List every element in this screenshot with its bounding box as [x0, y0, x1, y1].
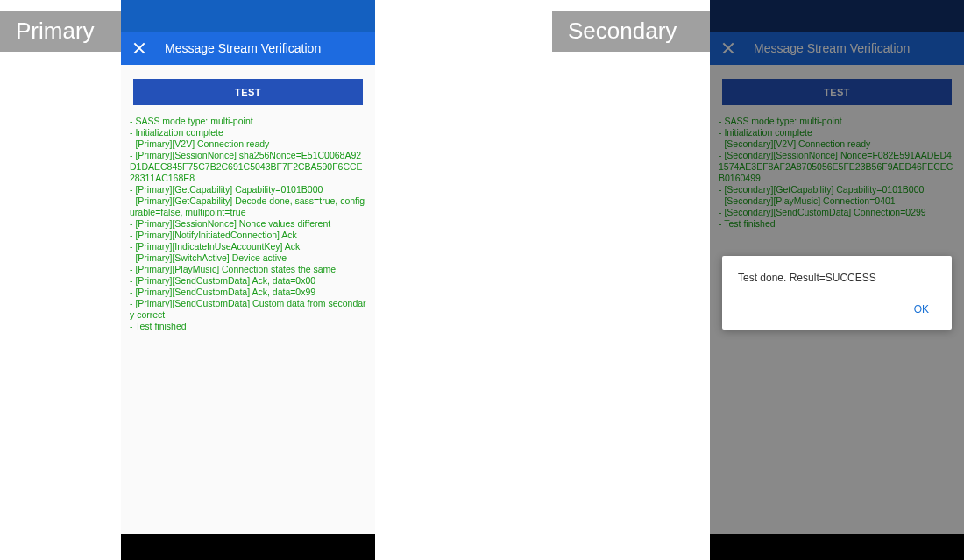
- log-line: - [Primary][IndicateInUseAccountKey] Ack: [130, 241, 366, 252]
- dialog-actions: OK: [738, 298, 936, 321]
- app-bar: Message Stream Verification: [121, 32, 375, 65]
- log-line: - [Primary][NotifyInitiatedConnection] A…: [130, 230, 366, 241]
- secondary-device: Message Stream Verification TEST - SASS …: [710, 0, 964, 560]
- log-line: - [Primary][SendCustomData] Ack, data=0x…: [130, 275, 366, 287]
- log-line: - [Primary][SendCustomData] Custom data …: [130, 298, 366, 321]
- ok-button[interactable]: OK: [907, 298, 936, 321]
- log-line: - [Primary][GetCapability] Decode done, …: [130, 195, 366, 218]
- app-title: Message Stream Verification: [165, 41, 321, 55]
- content-area: TEST - SASS mode type: multi-point - Ini…: [121, 65, 375, 534]
- primary-log: - SASS mode type: multi-point - Initiali…: [128, 116, 368, 332]
- log-line: - [Primary][GetCapability] Capability=01…: [130, 184, 366, 195]
- test-button[interactable]: TEST: [133, 79, 363, 105]
- log-line: - [Primary][SendCustomData] Ack, data=0x…: [130, 287, 366, 298]
- close-icon[interactable]: [133, 42, 145, 54]
- log-line: - [Primary][PlayMusic] Connection states…: [130, 264, 366, 275]
- log-line: - Initialization complete: [130, 127, 366, 138]
- dialog-message: Test done. Result=SUCCESS: [738, 272, 936, 284]
- log-line: - [Primary][SessionNonce] Nonce values d…: [130, 218, 366, 230]
- log-line: - [Primary][SwitchActive] Device active: [130, 252, 366, 264]
- log-line: - [Primary][V2V] Connection ready: [130, 138, 366, 150]
- log-line: - Test finished: [130, 321, 366, 332]
- status-bar: [121, 0, 375, 32]
- secondary-label: Secondary: [552, 11, 710, 52]
- primary-label: Primary: [0, 11, 121, 52]
- nav-bar: [121, 534, 375, 560]
- result-dialog: Test done. Result=SUCCESS OK: [722, 256, 952, 330]
- log-line: - SASS mode type: multi-point: [130, 116, 366, 127]
- log-line: - [Primary][SessionNonce] sha256Nonce=E5…: [130, 150, 366, 184]
- primary-device: Message Stream Verification TEST - SASS …: [121, 0, 375, 560]
